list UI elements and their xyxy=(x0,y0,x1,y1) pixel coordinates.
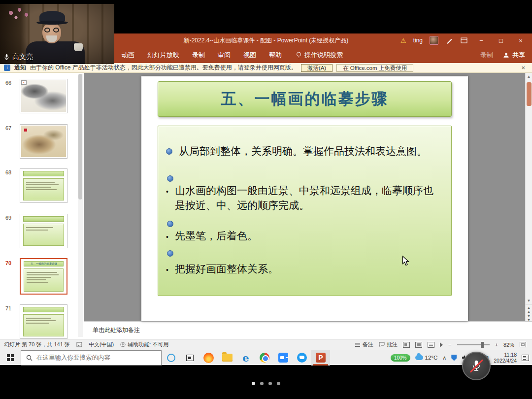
thumbnail-slide-69[interactable] xyxy=(20,214,67,248)
notice-close-icon[interactable]: × xyxy=(521,64,528,71)
zoom-slider[interactable] xyxy=(457,344,490,345)
taskbar-clock[interactable]: 11:18 2022/4/24 xyxy=(494,352,517,364)
bullet-circle-icon xyxy=(167,221,173,227)
record-button[interactable]: 录制 xyxy=(480,51,493,60)
task-view-icon xyxy=(186,355,194,361)
search-input[interactable] xyxy=(36,354,150,361)
zoom-out-button[interactable]: − xyxy=(448,342,451,348)
page-dot[interactable] xyxy=(252,382,255,385)
notes-placeholder: 单击此处添加备注 xyxy=(93,326,140,334)
chrome-icon xyxy=(260,353,269,363)
notes-toggle[interactable]: 备注 xyxy=(355,341,373,348)
tab-review[interactable]: 审阅 xyxy=(211,47,237,63)
bullet-circle-icon xyxy=(166,148,172,155)
zoom-in-button[interactable]: + xyxy=(495,342,498,348)
next-slide-button[interactable]: ▼▼ xyxy=(526,313,532,321)
taskbar-app-dingtalk[interactable] xyxy=(293,350,311,366)
tab-slideshow[interactable]: 幻灯片放映 xyxy=(141,47,186,63)
tab-help[interactable]: 帮助 xyxy=(263,47,288,63)
mini-slide-body xyxy=(23,224,64,246)
color-painting-image xyxy=(21,126,66,157)
fit-slide-button[interactable] xyxy=(520,342,526,347)
accessibility-status[interactable]: 辅助功能: 不可用 xyxy=(120,341,168,348)
avatar[interactable] xyxy=(430,36,438,45)
taskbar-search[interactable] xyxy=(21,350,162,366)
hidden-icons-chevron[interactable]: ∧ xyxy=(442,355,446,361)
taskbar-app-powerpoint-active[interactable]: P xyxy=(311,350,330,366)
notes-pane[interactable]: 单击此处添加备注 xyxy=(84,321,532,339)
scrollbar-thumb[interactable] xyxy=(527,82,532,106)
scroll-up-icon[interactable]: ▲ xyxy=(526,73,532,80)
reading-view-button[interactable] xyxy=(428,342,434,348)
normal-view-button[interactable] xyxy=(403,342,410,348)
slideshow-button[interactable] xyxy=(440,342,443,347)
comments-toggle[interactable]: 批注 xyxy=(379,341,398,348)
close-button[interactable]: × xyxy=(514,37,527,44)
overlay-page-dots[interactable] xyxy=(0,382,532,385)
slide-sorter-view-button[interactable] xyxy=(415,342,422,348)
proofing-icon[interactable] xyxy=(76,342,82,348)
slide-number: 71 xyxy=(5,305,11,311)
notice-icon: i xyxy=(4,65,10,71)
mute-microphone-button[interactable] xyxy=(462,352,491,380)
thumbnail-slide-67[interactable] xyxy=(20,124,67,159)
optimizer-ball[interactable]: 100% xyxy=(391,354,410,362)
previous-slide-button[interactable]: ▲▲ xyxy=(526,304,532,313)
page-dot[interactable] xyxy=(268,382,272,385)
slide-counter: 幻灯片 第 70 张，共 141 张 xyxy=(4,341,70,348)
cloud-icon xyxy=(415,355,423,360)
thumbnail-slide-71[interactable] xyxy=(20,304,67,339)
start-button[interactable] xyxy=(0,350,21,366)
zoom-level[interactable]: 82% xyxy=(503,342,514,348)
thumbnail-slide-70-current[interactable]: 五、一幅画的临摹步骤 xyxy=(20,258,67,295)
license-warning-icon[interactable]: ⚠ xyxy=(400,37,406,44)
action-center-icon[interactable] xyxy=(522,355,529,361)
share-button[interactable]: 共享 xyxy=(503,51,525,60)
page-dot[interactable] xyxy=(277,382,280,385)
page-dot[interactable] xyxy=(260,382,264,385)
thumbnail-slide-68[interactable] xyxy=(20,168,67,203)
webcam-video[interactable]: 高文亮 xyxy=(0,4,114,64)
image-placeholder-icon xyxy=(21,80,27,85)
tab-record[interactable]: 录制 xyxy=(186,47,211,63)
thumbnail-scrollbar[interactable] xyxy=(78,74,83,337)
weather-widget[interactable]: 12°C xyxy=(415,355,438,361)
zoom-slider-handle[interactable] xyxy=(481,342,484,348)
office-free-button[interactable]: 在 Office.com 上免费使用 xyxy=(336,64,413,72)
mini-slide-title: 五、一幅画的临摹步骤 xyxy=(24,261,64,266)
taskbar-app-flame[interactable] xyxy=(199,350,218,366)
pen-icon[interactable] xyxy=(445,37,453,44)
minimize-button[interactable]: − xyxy=(475,37,488,44)
activate-button[interactable]: 激活(A) xyxy=(301,64,332,72)
task-view-button[interactable] xyxy=(180,350,199,366)
taskbar-app-meeting[interactable] xyxy=(274,350,293,366)
slide-thumbnail-panel: 66 67 68 69 xyxy=(0,73,84,339)
thumbnail-slide-66[interactable] xyxy=(20,79,67,113)
tell-me-search[interactable]: 操作说明搜索 xyxy=(296,51,343,60)
slide-scrollbar[interactable]: ▲ ▼ ▲▲ ▼▼ xyxy=(525,73,532,321)
security-shield-icon[interactable] xyxy=(451,355,457,361)
slide-content-box[interactable]: 从局部到整体，关系明确。掌握作品技法和表达意图。 • 山水画的构图一般由近景、中… xyxy=(158,126,452,296)
slide-number: 67 xyxy=(5,125,11,131)
cortana-button[interactable] xyxy=(162,350,180,366)
taskbar-app-chrome[interactable] xyxy=(255,350,274,366)
sub-bullet-icon: • xyxy=(166,262,175,277)
slide-title-box[interactable]: 五、一幅画的临摹步骤 xyxy=(158,81,452,117)
language-indicator[interactable]: 中文(中国) xyxy=(89,341,114,348)
dingtalk-icon xyxy=(297,353,307,363)
scroll-down-icon[interactable]: ▼ xyxy=(526,297,532,304)
account-name[interactable]: ting xyxy=(413,37,423,44)
ribbon-display-options-icon[interactable] xyxy=(460,37,468,44)
taskbar-app-edge[interactable]: e xyxy=(236,350,255,366)
mini-slide-title xyxy=(23,216,64,222)
bullet-text: 从局部到整体，关系明确。掌握作品技法和表达意图。 xyxy=(179,144,427,159)
person-icon xyxy=(503,52,509,58)
notes-icon xyxy=(355,342,361,347)
restore-button[interactable]: □ xyxy=(495,37,507,44)
current-slide[interactable]: 五、一幅画的临摹步骤 从局部到整体，关系明确。掌握作品技法和表达意图。 • xyxy=(141,76,468,321)
scrollbar-thumb[interactable] xyxy=(78,74,82,200)
taskbar-app-file-explorer[interactable] xyxy=(218,350,236,366)
tab-view[interactable]: 视图 xyxy=(237,47,263,63)
tab-animations[interactable]: 动画 xyxy=(115,47,141,63)
bullet-circle-icon xyxy=(167,175,173,182)
